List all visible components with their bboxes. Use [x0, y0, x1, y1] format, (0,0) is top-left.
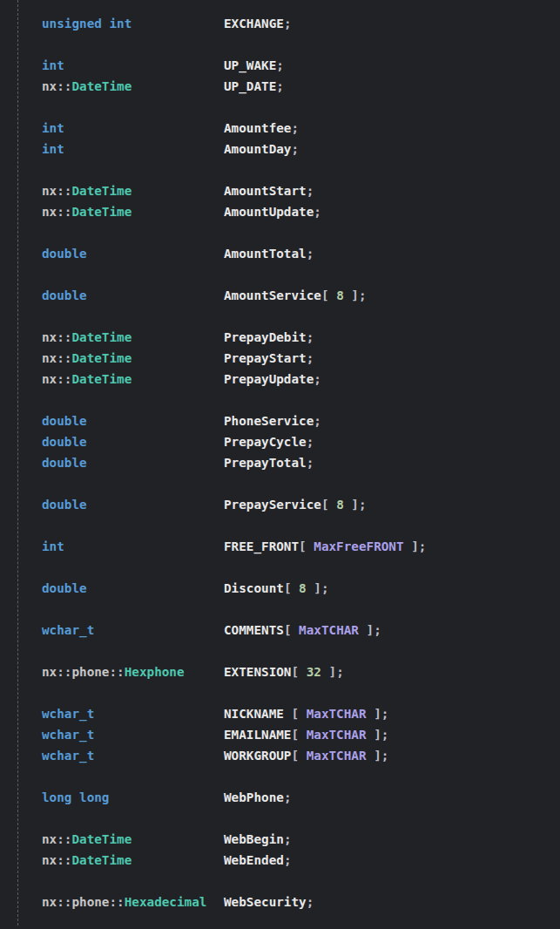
code-line-blank[interactable] — [0, 515, 560, 536]
code-line[interactable]: intFREE_FRONT[ MaxFreeFRONT ]; — [0, 536, 560, 557]
type-tokens: double — [42, 494, 87, 515]
token-keyword: double — [42, 288, 87, 302]
code-line[interactable]: intAmountDay; — [0, 139, 560, 159]
type-tokens: double — [42, 452, 87, 473]
token-keyword: double — [42, 435, 87, 449]
code-line[interactable]: doublePrepayService[ 8 ]; — [0, 494, 560, 515]
token-operator: ; — [276, 58, 284, 72]
code-line[interactable]: nx::DateTimePrepayUpdate; — [0, 369, 560, 390]
code-line-blank[interactable] — [0, 264, 560, 285]
token-keyword: wchar_t — [42, 749, 94, 763]
token-member: FREE_FRONT — [224, 539, 299, 553]
token-member: AmountUpdate — [224, 205, 314, 219]
code-editor[interactable]: unsigned intEXCHANGE;intUP_WAKE;nx::Date… — [0, 13, 560, 912]
code-line[interactable]: nx::DateTimePrepayDebit; — [0, 327, 560, 348]
token-constant: MaxTCHAR — [307, 728, 367, 742]
token-operator: ; — [314, 414, 321, 428]
member-tokens: AmountDay; — [224, 139, 299, 159]
code-line[interactable]: long longWebPhone; — [0, 787, 560, 808]
type-tokens: nx::DateTime — [42, 348, 132, 369]
token-keyword: double — [42, 414, 87, 428]
code-line[interactable]: doublePhoneService; — [0, 410, 560, 431]
member-tokens: UP_WAKE; — [224, 55, 284, 76]
token-operator: ; — [374, 623, 381, 637]
token-member: PrepayService — [224, 498, 321, 512]
token-operator: :: — [109, 895, 124, 909]
code-line[interactable]: nx::DateTimeWebBegin; — [0, 829, 560, 850]
token-keyword: wchar_t — [42, 707, 94, 721]
token-member: WebPhone — [224, 790, 284, 804]
code-line[interactable]: nx::DateTimePrepayStart; — [0, 348, 560, 369]
type-tokens: wchar_t — [42, 745, 94, 766]
token-keyword: wchar_t — [42, 728, 94, 742]
token-operator: [ — [299, 539, 314, 553]
token-member: WebEnded — [224, 853, 284, 867]
code-line-blank[interactable] — [0, 599, 560, 620]
code-line[interactable]: nx::DateTimeWebEnded; — [0, 850, 560, 871]
token-operator: ; — [381, 707, 389, 721]
token-namespace: nx — [42, 351, 57, 365]
token-operator: ; — [284, 853, 292, 867]
token-operator: ] — [367, 749, 381, 763]
code-line-blank[interactable] — [0, 871, 560, 892]
type-tokens: wchar_t — [42, 724, 94, 745]
code-line[interactable]: intUP_WAKE; — [0, 55, 560, 76]
code-line[interactable]: unsigned intEXCHANGE; — [0, 13, 560, 34]
code-line-blank[interactable] — [0, 641, 560, 661]
code-line-blank[interactable] — [0, 222, 560, 243]
member-tokens: NICKNAME [ MaxTCHAR ]; — [224, 703, 388, 724]
token-keyword: int — [42, 58, 64, 72]
code-line[interactable]: doubleAmountTotal; — [0, 243, 560, 264]
member-tokens: EMAILNAME[ MaxTCHAR ]; — [224, 724, 388, 745]
token-operator: ; — [307, 184, 314, 198]
code-line[interactable]: nx::DateTimeUP_DATE; — [0, 76, 560, 97]
member-tokens: FREE_FRONT[ MaxFreeFRONT ]; — [224, 536, 426, 557]
token-operator: :: — [57, 205, 71, 219]
code-line-blank[interactable] — [0, 766, 560, 787]
token-operator: :: — [57, 79, 71, 93]
token-operator: ; — [419, 539, 427, 553]
token-member: PrepayUpdate — [224, 372, 314, 386]
code-line-blank[interactable] — [0, 473, 560, 494]
token-operator: ] — [404, 539, 419, 553]
code-line-blank[interactable] — [0, 557, 560, 578]
code-line-blank[interactable] — [0, 682, 560, 703]
token-member: EXTENSION — [224, 665, 291, 679]
code-line[interactable]: wchar_tNICKNAME [ MaxTCHAR ]; — [0, 703, 560, 724]
code-line[interactable]: wchar_tEMAILNAME[ MaxTCHAR ]; — [0, 724, 560, 745]
token-operator: :: — [57, 665, 71, 679]
token-namespace: nx — [42, 895, 57, 909]
code-line[interactable]: doubleDiscount[ 8 ]; — [0, 578, 560, 599]
token-operator: ; — [359, 288, 367, 302]
token-operator: ; — [284, 790, 292, 804]
code-line[interactable]: doubleAmountService[ 8 ]; — [0, 285, 560, 306]
code-line[interactable]: nx::phone::HexadecimalWebSecurity; — [0, 892, 560, 912]
code-line[interactable]: nx::DateTimeAmountUpdate; — [0, 201, 560, 222]
type-tokens: int — [42, 118, 64, 139]
code-line[interactable]: nx::phone::HexphoneEXTENSION[ 32 ]; — [0, 661, 560, 682]
token-operator: ; — [381, 728, 389, 742]
code-line-blank[interactable] — [0, 390, 560, 410]
member-tokens: PrepayTotal; — [224, 452, 314, 473]
code-line-blank[interactable] — [0, 159, 560, 180]
member-tokens: Amountfee; — [224, 118, 299, 139]
code-line-blank[interactable] — [0, 808, 560, 829]
code-line-blank[interactable] — [0, 34, 560, 55]
token-keyword: int — [42, 539, 64, 553]
token-operator: [ — [321, 498, 336, 512]
code-line[interactable]: doublePrepayCycle; — [0, 431, 560, 452]
token-member: NICKNAME — [224, 707, 291, 721]
token-class: DateTime — [71, 372, 132, 386]
code-line[interactable]: intAmountfee; — [0, 118, 560, 139]
token-number: 8 — [336, 498, 344, 512]
code-line[interactable]: doublePrepayTotal; — [0, 452, 560, 473]
code-line[interactable]: nx::DateTimeAmountStart; — [0, 180, 560, 201]
code-line[interactable]: wchar_tCOMMENTS[ MaxTCHAR ]; — [0, 620, 560, 641]
token-constant: MaxTCHAR — [307, 707, 367, 721]
code-line-blank[interactable] — [0, 306, 560, 327]
code-line-blank[interactable] — [0, 97, 560, 118]
token-keyword: double — [42, 581, 87, 595]
type-tokens: nx::phone::Hexadecimal — [42, 892, 206, 912]
token-class: DateTime — [71, 832, 132, 846]
code-line[interactable]: wchar_tWORKGROUP[ MaxTCHAR ]; — [0, 745, 560, 766]
